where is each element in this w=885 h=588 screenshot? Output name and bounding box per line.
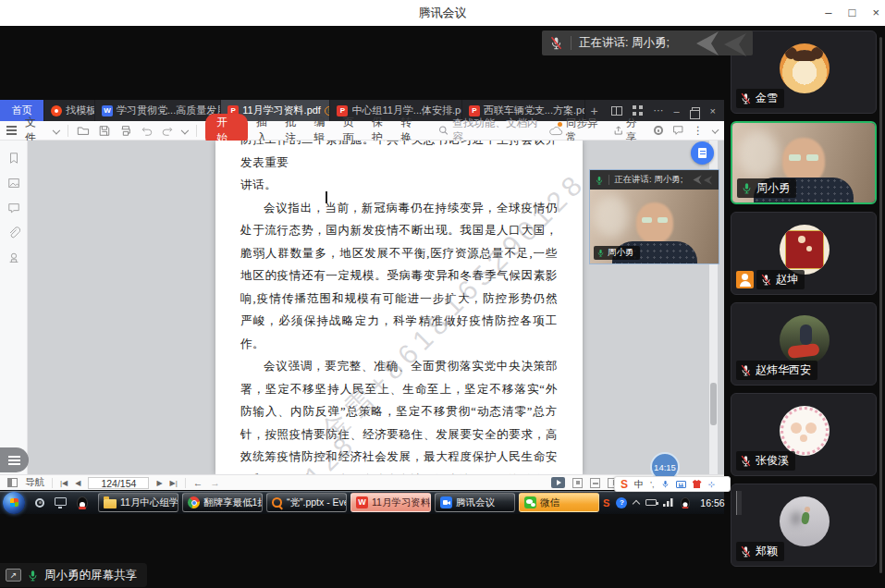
soft-keyboard-icon[interactable]	[676, 481, 686, 488]
settings-gear-icon[interactable]	[654, 126, 662, 135]
file-menu-chevron-icon[interactable]	[53, 127, 60, 134]
redo-icon[interactable]	[161, 124, 174, 138]
kebab-menu-icon[interactable]: ⋮	[693, 124, 704, 137]
maximize-button[interactable]: □	[849, 0, 856, 26]
text-cursor	[326, 191, 327, 203]
attachment-icon[interactable]	[7, 227, 20, 239]
taskbar-button-wps-active[interactable]: 11月学习资料.pdf...	[350, 493, 431, 512]
next-page-button[interactable]: ▶	[156, 479, 162, 487]
wps-close-icon[interactable]: ×	[710, 105, 716, 116]
input-mode-chinese-icon[interactable]: 中	[634, 478, 644, 491]
tray-sogou-icon[interactable]: S	[603, 497, 609, 508]
save-icon[interactable]	[98, 124, 111, 138]
minimize-button[interactable]: –	[825, 0, 831, 26]
tab-grid-icon[interactable]	[633, 105, 643, 116]
doc-paragraph: 讲话。	[240, 174, 558, 197]
sidebar-scrollbar[interactable]	[879, 37, 882, 573]
quick-access-chevron-icon[interactable]	[181, 127, 189, 134]
show-desktop-button[interactable]	[736, 491, 742, 515]
mic-muted-icon	[760, 274, 772, 286]
share-badge-text: 周小勇的屏幕共享	[44, 568, 137, 583]
hamburger-menu-icon[interactable]	[6, 129, 17, 131]
prev-page-button[interactable]: ◀	[75, 479, 80, 487]
stamp-icon[interactable]	[7, 251, 20, 264]
speaking-banner-text: 正在讲话: 周小勇;	[579, 35, 670, 51]
avatar	[780, 496, 830, 546]
mic-muted-icon	[740, 545, 752, 557]
first-page-button[interactable]: |◀	[60, 479, 68, 487]
tray-qq-icon[interactable]	[681, 497, 690, 508]
tab-word-doc[interactable]: 学习贯彻党...高质量发展	[95, 100, 221, 121]
participant-tile[interactable]: 赵炜华西安	[731, 302, 877, 386]
participant-tile[interactable]: 郑颖	[731, 484, 877, 567]
tray-expand-icon[interactable]	[633, 500, 640, 508]
navigation-label[interactable]: 导航	[25, 476, 44, 489]
history-forward-button[interactable]: →	[210, 477, 220, 488]
chrome-icon	[188, 496, 200, 508]
navigation-pane-icon[interactable]	[7, 478, 18, 487]
title-bar: 腾讯会议 – □ ×	[0, 0, 885, 26]
tray-help-icon[interactable]: ?	[616, 497, 627, 508]
annotation-panel-toggle[interactable]	[0, 447, 29, 472]
participant-tile[interactable]: 张俊溪	[731, 393, 877, 476]
close-button[interactable]: ×	[872, 0, 879, 26]
pinned-computer-icon[interactable]	[55, 497, 67, 506]
undo-icon[interactable]	[141, 124, 154, 138]
captured-self-video: 周小勇	[590, 190, 719, 263]
punctuation-icon[interactable]: ’,	[650, 480, 655, 489]
taskbar-button-wechat[interactable]: 微信	[519, 493, 599, 512]
mic-on-icon	[741, 182, 753, 194]
comment-icon[interactable]	[7, 202, 20, 214]
share-icon	[613, 125, 623, 137]
doc-paragraph: 会议指出，当前，新冠病毒仍在持续变异，全球疫情仍处于流行态势，国内新发疫情不断出…	[240, 197, 558, 356]
pdf-page: 防控工作的二十条措施。中共中央总书记习近平主持会议并发表重要 讲话。 会议指出，…	[215, 141, 583, 474]
print-icon[interactable]	[119, 124, 132, 138]
sogou-logo-icon[interactable]: S	[621, 478, 628, 491]
meeting-camera-icon	[440, 496, 452, 508]
pinned-settings-icon[interactable]	[35, 498, 44, 508]
mic-muted-icon	[740, 455, 752, 467]
fit-page-icon[interactable]	[572, 478, 583, 488]
mic-muted-icon	[740, 364, 752, 376]
participant-tile-speaking[interactable]: 周小勇	[731, 121, 877, 204]
document-viewport: 防控工作的二十条措施。中共中央总书记习近平主持会议并发表重要 讲话。 会议指出，…	[0, 141, 724, 474]
participant-name-chip: 赵坤	[756, 270, 805, 289]
assistant-float-button[interactable]	[691, 141, 714, 165]
open-icon[interactable]	[77, 124, 90, 138]
split-view-icon[interactable]	[611, 106, 622, 116]
last-page-button[interactable]: ▶|	[170, 479, 178, 487]
window-title: 腾讯会议	[419, 5, 467, 21]
captured-banner-text: 正在讲话: 周小勇;	[614, 174, 682, 186]
taskbar-button-chrome[interactable]: 翻牌享最低1折开...	[182, 493, 263, 512]
fit-width-icon[interactable]	[590, 478, 600, 488]
wps-restore-icon[interactable]	[692, 107, 700, 115]
history-back-button[interactable]: ←	[193, 477, 203, 488]
toolbox-icon[interactable]: ⊹	[708, 480, 716, 489]
captured-arrows-icon	[690, 174, 714, 186]
bookmark-icon[interactable]	[7, 152, 20, 165]
comment-bubble-icon[interactable]	[672, 124, 683, 137]
slideshow-button[interactable]	[551, 477, 565, 488]
scrollbar-thumb[interactable]	[710, 383, 717, 425]
wps-minimize-icon[interactable]: –	[673, 105, 679, 116]
taskbar-button-folder[interactable]: 11月中心组学习	[98, 493, 178, 512]
captured-meeting-overlay: 正在讲话: 周小勇;	[589, 169, 719, 264]
taskbar-clock[interactable]: 16:56	[697, 497, 727, 508]
skin-icon[interactable]	[693, 480, 702, 488]
document-text: 防控工作的二十条措施。中共中央总书记习近平主持会议并发表重要 讲话。 会议指出，…	[215, 141, 583, 474]
snapshot-icon[interactable]	[7, 177, 20, 190]
start-button[interactable]	[3, 492, 25, 514]
page-number-input[interactable]: 124/154	[88, 477, 149, 489]
participant-tile[interactable]: 赵坤	[731, 212, 877, 295]
taskbar-button-everything[interactable]: “党”.pptx - Every...	[266, 493, 347, 512]
taskbar-button-meeting[interactable]: 腾讯会议	[435, 493, 515, 512]
voice-input-icon[interactable]	[661, 479, 670, 489]
tab-docer[interactable]: 找模板	[44, 100, 95, 121]
pinned-qq-icon[interactable]	[77, 496, 88, 509]
page-turn-arrows-icon[interactable]	[688, 29, 751, 58]
more-icon[interactable]: ⋯	[653, 104, 663, 116]
battery-icon[interactable]	[645, 499, 657, 506]
screen-share-badge: ↗ 周小勇的屏幕共享	[0, 563, 147, 587]
network-signal-icon[interactable]	[663, 498, 673, 507]
collapse-ribbon-icon[interactable]	[711, 127, 719, 134]
